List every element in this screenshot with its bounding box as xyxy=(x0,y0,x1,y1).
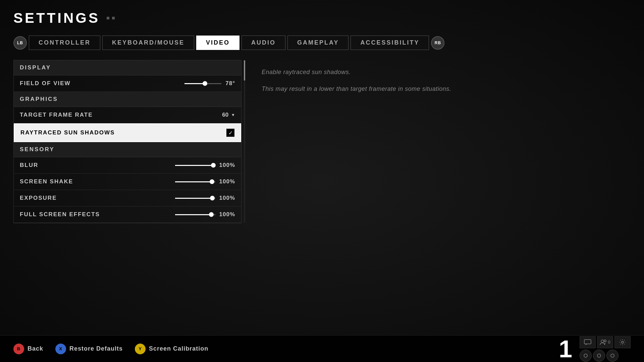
chat-icon xyxy=(584,339,591,345)
settings-title: SETTINGS xyxy=(13,10,631,26)
calibration-label: Screen Calibration xyxy=(149,345,208,352)
settings-panel: DISPLAY FIELD OF VIEW 78° GRAPHICS xyxy=(13,60,241,223)
bottom-bar: B Back X Restore Defaults Y Screen Calib… xyxy=(0,335,644,362)
raytraced-checkbox[interactable]: ✓ xyxy=(226,129,234,137)
tab-gameplay[interactable]: GAMEPLAY xyxy=(287,36,348,50)
setting-row-raytraced[interactable]: RAYTRACED SUN SHADOWS ✓ xyxy=(14,123,241,142)
hud-icons: 0 xyxy=(580,336,631,362)
svg-point-4 xyxy=(584,354,587,357)
settings-list: DISPLAY FIELD OF VIEW 78° GRAPHICS xyxy=(13,60,241,223)
tab-video[interactable]: VIDEO xyxy=(196,36,239,50)
svg-point-5 xyxy=(597,354,601,357)
fov-label: FIELD OF VIEW xyxy=(20,80,71,87)
blur-label: BLUR xyxy=(20,162,38,169)
full-screen-effects-slider[interactable]: 100% xyxy=(175,211,235,218)
setting-row-target-frame-rate[interactable]: TARGET FRAME RATE 60 ▼ xyxy=(14,107,241,123)
nav-rb-button[interactable]: RB xyxy=(431,36,444,50)
blur-slider-track xyxy=(175,165,215,166)
screen-shake-slider-track xyxy=(175,181,215,182)
screen-shake-value: 100% xyxy=(219,178,235,185)
setting-row-fov[interactable]: FIELD OF VIEW 78° xyxy=(14,75,241,92)
screen-shake-slider-fill xyxy=(175,181,212,182)
hud-circle-btn-1[interactable] xyxy=(580,350,592,362)
player-number: 1 xyxy=(559,337,573,361)
target-frame-rate-dropdown[interactable]: 60 ▼ xyxy=(222,112,235,118)
fov-value: 78° xyxy=(225,80,235,87)
tab-controller[interactable]: CONTROLLER xyxy=(29,36,100,50)
setting-row-exposure[interactable]: EXPOSURE 100% xyxy=(14,190,241,206)
exposure-slider[interactable]: 100% xyxy=(175,195,235,201)
exposure-slider-track xyxy=(175,198,215,199)
tab-accessibility[interactable]: ACCESSIBILITY xyxy=(351,36,429,50)
back-action[interactable]: B Back xyxy=(13,344,43,354)
blur-value: 100% xyxy=(219,162,235,169)
section-header-sensory: SENSORY xyxy=(14,142,241,157)
bottom-actions: B Back X Restore Defaults Y Screen Calib… xyxy=(13,344,208,354)
screen-shake-label: SCREEN SHAKE xyxy=(20,178,73,185)
svg-point-3 xyxy=(622,341,624,343)
tab-keyboard[interactable]: KEYBOARD/MOUSE xyxy=(102,36,194,50)
description-line1: Enable raytraced sun shadows. xyxy=(262,67,463,77)
nav-lb-button[interactable]: LB xyxy=(13,36,27,50)
setting-row-blur[interactable]: BLUR 100% xyxy=(14,157,241,174)
hud-circle-btn-2[interactable] xyxy=(593,350,605,362)
checkmark-icon: ✓ xyxy=(228,130,233,136)
svg-point-1 xyxy=(601,340,604,343)
setting-row-full-screen-effects[interactable]: FULL SCREEN EFFECTS 100% xyxy=(14,206,241,223)
full-screen-effects-slider-track xyxy=(175,214,215,215)
exposure-label: EXPOSURE xyxy=(20,195,57,201)
circle-btn-1-icon xyxy=(583,353,588,358)
circle-btn-2-icon xyxy=(597,353,601,358)
target-frame-rate-label: TARGET FRAME RATE xyxy=(20,112,93,118)
exposure-slider-fill xyxy=(175,198,213,199)
settings-icon-box[interactable] xyxy=(614,336,631,348)
circle-btn-3-icon xyxy=(610,353,615,358)
full-screen-effects-value: 100% xyxy=(219,211,235,218)
screen-shake-slider-thumb[interactable] xyxy=(210,179,214,184)
fov-slider-track xyxy=(184,83,221,84)
friends-icon-box[interactable]: 0 xyxy=(597,336,613,348)
description-panel: Enable raytraced sun shadows. This may r… xyxy=(262,60,463,101)
chat-icon-box[interactable] xyxy=(580,336,596,348)
blur-slider[interactable]: 100% xyxy=(175,162,235,169)
page-title: SETTINGS xyxy=(13,10,100,26)
blur-slider-thumb[interactable] xyxy=(211,163,216,168)
full-screen-effects-label: FULL SCREEN EFFECTS xyxy=(20,211,100,218)
scrollbar-thumb[interactable] xyxy=(244,60,245,80)
hud-circle-btn-3[interactable] xyxy=(606,350,619,362)
tab-audio[interactable]: AUDIO xyxy=(241,36,285,50)
dot-2 xyxy=(112,17,115,19)
restore-label: Restore Defaults xyxy=(69,345,123,352)
full-screen-effects-slider-thumb[interactable] xyxy=(209,212,214,217)
description-line2: This may result in a lower than target f… xyxy=(262,83,463,94)
dropdown-arrow-icon: ▼ xyxy=(231,113,235,117)
blur-slider-fill xyxy=(175,165,213,166)
svg-point-6 xyxy=(611,354,614,357)
scrollbar[interactable] xyxy=(244,60,245,223)
title-decoration xyxy=(107,17,115,19)
dot-1 xyxy=(107,17,109,19)
fov-slider-thumb[interactable] xyxy=(203,81,207,86)
section-header-graphics: GRAPHICS xyxy=(14,92,241,107)
restore-action[interactable]: X Restore Defaults xyxy=(55,344,123,354)
friends-count: 0 xyxy=(608,340,610,345)
section-header-display: DISPLAY xyxy=(14,60,241,75)
target-frame-rate-value: 60 xyxy=(222,112,228,118)
tab-navigation: LB CONTROLLER KEYBOARD/MOUSE VIDEO AUDIO… xyxy=(13,36,631,50)
y-button-icon: Y xyxy=(135,344,146,354)
x-button-icon: X xyxy=(55,344,66,354)
fov-slider[interactable]: 78° xyxy=(184,80,235,87)
raytraced-label: RAYTRACED SUN SHADOWS xyxy=(20,129,115,136)
exposure-slider-thumb[interactable] xyxy=(210,196,215,200)
b-button-icon: B xyxy=(13,344,24,354)
main-content: DISPLAY FIELD OF VIEW 78° GRAPHICS xyxy=(13,60,631,223)
fov-slider-fill xyxy=(184,83,205,84)
screen-shake-slider[interactable]: 100% xyxy=(175,178,235,185)
calibration-action[interactable]: Y Screen Calibration xyxy=(135,344,208,354)
gear-icon xyxy=(619,339,626,346)
hud-right: 1 0 xyxy=(559,336,631,362)
hud-icon-row-bottom xyxy=(580,350,631,362)
svg-rect-0 xyxy=(584,340,591,344)
setting-row-screen-shake[interactable]: SCREEN SHAKE 100% xyxy=(14,174,241,190)
full-screen-effects-slider-fill xyxy=(175,214,211,215)
